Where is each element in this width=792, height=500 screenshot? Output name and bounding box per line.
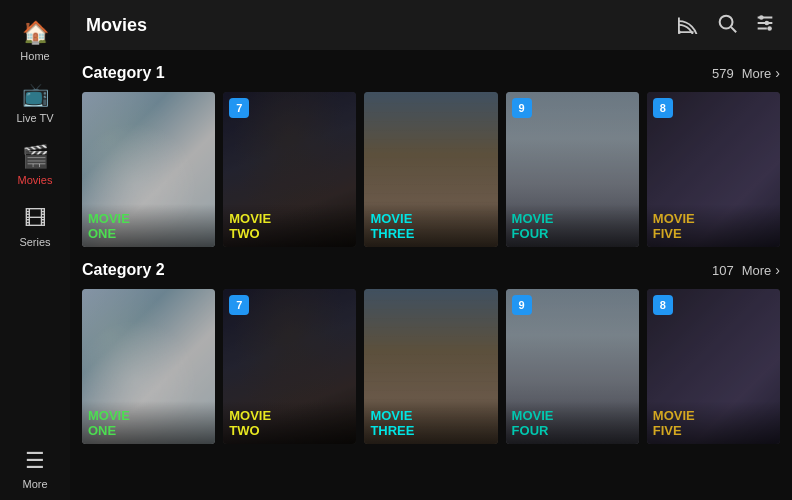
category-1-chevron-icon: › — [775, 65, 780, 81]
movies-icon: 🎬 — [22, 144, 49, 170]
category-2-chevron-icon: › — [775, 262, 780, 278]
category-1-header: Category 1 579 More › — [82, 64, 780, 82]
movie-card-1[interactable]: MOVIEONE — [82, 92, 215, 247]
movie-4-title-area: MOVIEFOUR — [506, 204, 639, 247]
movie-card-4[interactable]: 9 MOVIEFOUR — [506, 92, 639, 247]
sidebar-label-home: Home — [20, 50, 49, 62]
filter-icon[interactable] — [754, 12, 776, 39]
movie-1-title: MOVIEONE — [88, 212, 209, 241]
movie-7-title-area: MOVIETWO — [223, 401, 356, 444]
category-1-movie-row: MOVIEONE 7 MOVIETWO MOVIETHREE — [82, 92, 780, 247]
movie-7-badge: 7 — [229, 295, 249, 315]
movie-9-title: MOVIEFOUR — [512, 409, 633, 438]
movie-2-title-area: MOVIETWO — [223, 204, 356, 247]
movie-card-7[interactable]: 7 MOVIETWO — [223, 289, 356, 444]
sidebar-label-movies: Movies — [18, 174, 53, 186]
header: Movies — [70, 0, 792, 50]
svg-point-0 — [678, 30, 681, 34]
movie-2-badge: 7 — [229, 98, 249, 118]
svg-point-6 — [767, 26, 772, 31]
sidebar: 🏠 Home 📺 Live TV 🎬 Movies 🎞 Series ☰ Mor… — [0, 0, 70, 500]
home-icon: 🏠 — [22, 20, 49, 46]
sidebar-label-series: Series — [19, 236, 50, 248]
movie-6-title: MOVIEONE — [88, 409, 209, 438]
movie-5-title: MOVIEFIVE — [653, 212, 774, 241]
svg-point-1 — [720, 15, 733, 28]
series-icon: 🎞 — [24, 206, 46, 232]
category-2-section: Category 2 107 More › MOVIEONE — [82, 261, 780, 444]
movie-4-badge: 9 — [512, 98, 532, 118]
page-title: Movies — [86, 15, 147, 36]
category-2-title: Category 2 — [82, 261, 165, 279]
movie-card-5[interactable]: 8 MOVIEFIVE — [647, 92, 780, 247]
movie-5-badge: 8 — [653, 98, 673, 118]
category-1-more-button[interactable]: 579 More › — [712, 65, 780, 81]
movie-3-title-area: MOVIETHREE — [364, 204, 497, 247]
movie-3-title: MOVIETHREE — [370, 212, 491, 241]
search-icon[interactable] — [716, 12, 738, 39]
sidebar-item-movies[interactable]: 🎬 Movies — [0, 134, 70, 196]
svg-point-7 — [759, 15, 764, 20]
category-1-more-label: More — [742, 66, 772, 81]
movie-7-title: MOVIETWO — [229, 409, 350, 438]
movie-6-title-area: MOVIEONE — [82, 401, 215, 444]
movie-card-10[interactable]: 8 MOVIEFIVE — [647, 289, 780, 444]
movie-8-title: MOVIETHREE — [370, 409, 491, 438]
category-2-header: Category 2 107 More › — [82, 261, 780, 279]
category-2-more-label: More — [742, 263, 772, 278]
category-2-movie-row: MOVIEONE 7 MOVIETWO MOVIETHREE — [82, 289, 780, 444]
movie-5-title-area: MOVIEFIVE — [647, 204, 780, 247]
sidebar-label-more: More — [22, 478, 47, 490]
movie-9-badge: 9 — [512, 295, 532, 315]
svg-point-8 — [765, 20, 770, 25]
movie-8-title-area: MOVIETHREE — [364, 401, 497, 444]
movie-4-title: MOVIEFOUR — [512, 212, 633, 241]
header-icons — [678, 12, 776, 39]
sidebar-label-livetv: Live TV — [16, 112, 53, 124]
movie-card-9[interactable]: 9 MOVIEFOUR — [506, 289, 639, 444]
cast-icon[interactable] — [678, 12, 700, 39]
movie-card-2[interactable]: 7 MOVIETWO — [223, 92, 356, 247]
movie-2-title: MOVIETWO — [229, 212, 350, 241]
movie-card-8[interactable]: MOVIETHREE — [364, 289, 497, 444]
more-icon: ☰ — [25, 448, 45, 474]
livetv-icon: 📺 — [22, 82, 49, 108]
svg-line-2 — [731, 27, 736, 32]
movie-10-title: MOVIEFIVE — [653, 409, 774, 438]
sidebar-item-home[interactable]: 🏠 Home — [0, 10, 70, 72]
main-content: Movies — [70, 0, 792, 500]
movie-10-title-area: MOVIEFIVE — [647, 401, 780, 444]
category-1-section: Category 1 579 More › MOVIEONE — [82, 64, 780, 247]
category-1-title: Category 1 — [82, 64, 165, 82]
category-2-more-button[interactable]: 107 More › — [712, 262, 780, 278]
sidebar-item-livetv[interactable]: 📺 Live TV — [0, 72, 70, 134]
category-1-count: 579 — [712, 66, 734, 81]
movie-card-3[interactable]: MOVIETHREE — [364, 92, 497, 247]
sidebar-item-series[interactable]: 🎞 Series — [0, 196, 70, 258]
movie-9-title-area: MOVIEFOUR — [506, 401, 639, 444]
movie-10-badge: 8 — [653, 295, 673, 315]
movie-1-title-area: MOVIEONE — [82, 204, 215, 247]
movie-card-6[interactable]: MOVIEONE — [82, 289, 215, 444]
content-area: Category 1 579 More › MOVIEONE — [70, 50, 792, 500]
sidebar-item-more[interactable]: ☰ More — [0, 438, 70, 500]
category-2-count: 107 — [712, 263, 734, 278]
